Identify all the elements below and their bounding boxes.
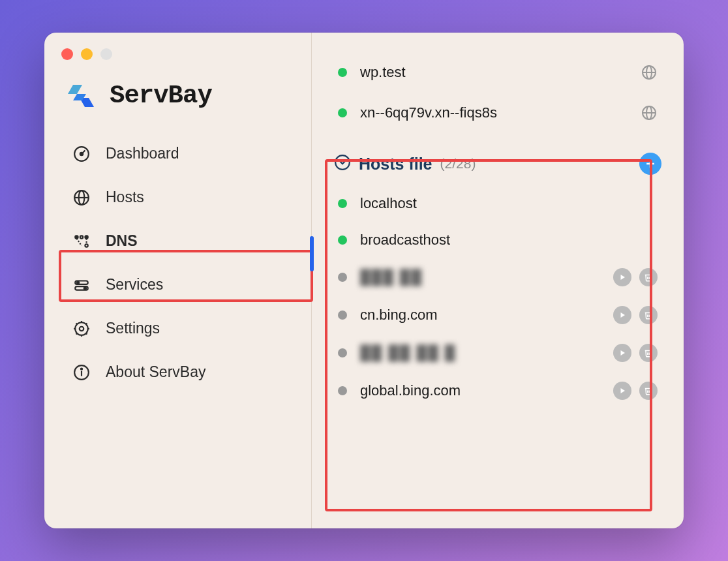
nav-list: Dashboard Hosts DNS Services <box>57 132 298 394</box>
globe-icon[interactable] <box>641 64 658 81</box>
status-dot-gray <box>338 311 347 320</box>
host-name: global.bing.com <box>360 382 600 399</box>
sidebar-item-services[interactable]: Services <box>57 263 298 307</box>
svg-marker-47 <box>621 388 626 393</box>
delete-button[interactable] <box>639 344 658 362</box>
host-row[interactable]: ██ ██ ██ █ <box>331 334 664 372</box>
globe-icon[interactable] <box>641 104 658 121</box>
status-dot-green <box>338 68 347 77</box>
services-icon <box>73 277 90 294</box>
main-content: wp.test xn--6qq79v.xn--fiqs8s Hosts file… <box>312 33 684 528</box>
svg-line-24 <box>86 323 87 324</box>
svg-point-16 <box>75 322 88 335</box>
play-button[interactable] <box>613 382 631 400</box>
status-dot-green <box>338 108 347 117</box>
host-row[interactable]: ███ ██ <box>331 258 664 296</box>
svg-line-25 <box>76 333 78 334</box>
play-button[interactable] <box>613 306 631 324</box>
svg-line-22 <box>76 323 78 324</box>
nav-label: Hosts <box>106 189 144 206</box>
close-window-button[interactable] <box>61 48 73 60</box>
sidebar-item-about[interactable]: About ServBay <box>57 350 298 394</box>
logo-icon <box>65 80 98 112</box>
chevron-down-circle-icon[interactable] <box>334 154 351 174</box>
nav-label: DNS <box>106 232 138 250</box>
host-name: xn--6qq79v.xn--fiqs8s <box>360 104 628 121</box>
host-actions <box>613 306 658 324</box>
svg-marker-44 <box>621 350 626 356</box>
svg-point-14 <box>77 281 79 283</box>
minimize-window-button[interactable] <box>81 48 93 60</box>
nav-label: Services <box>106 276 163 294</box>
logo-area: ServBay <box>65 80 298 112</box>
host-row[interactable]: cn.bing.com <box>331 296 664 334</box>
sidebar-item-dns[interactable]: DNS <box>57 219 298 263</box>
host-row[interactable]: broadcasthost <box>331 222 664 258</box>
svg-marker-38 <box>621 275 626 280</box>
delete-button[interactable] <box>639 268 658 286</box>
svg-marker-41 <box>621 312 626 318</box>
app-window: ServBay Dashboard Hosts DNS <box>44 33 684 528</box>
status-dot-gray <box>338 273 347 282</box>
host-name: localhost <box>360 195 658 212</box>
svg-point-35 <box>335 155 350 170</box>
nav-label: Settings <box>106 320 160 337</box>
sidebar: ServBay Dashboard Hosts DNS <box>44 33 312 528</box>
maximize-window-button[interactable] <box>100 48 112 60</box>
host-name-blurred: ██ ██ ██ █ <box>360 344 600 361</box>
host-name-blurred: ███ ██ <box>360 269 600 286</box>
svg-point-6 <box>75 235 78 238</box>
svg-point-15 <box>84 287 86 289</box>
sidebar-item-dashboard[interactable]: Dashboard <box>57 132 298 175</box>
host-name: wp.test <box>360 64 628 81</box>
play-button[interactable] <box>613 344 631 362</box>
host-row[interactable]: xn--6qq79v.xn--fiqs8s <box>331 93 664 133</box>
about-icon <box>73 364 90 381</box>
host-row[interactable]: wp.test <box>331 52 664 93</box>
svg-point-7 <box>80 235 83 238</box>
status-dot-green <box>338 199 347 208</box>
svg-line-23 <box>86 333 87 334</box>
status-dot-green <box>338 235 347 245</box>
nav-label: About ServBay <box>106 363 205 381</box>
status-dot-gray <box>338 386 347 395</box>
host-name: cn.bing.com <box>360 307 600 324</box>
svg-point-9 <box>85 244 87 247</box>
add-host-button[interactable] <box>639 153 661 175</box>
dashboard-icon <box>73 145 90 162</box>
section-title: Hosts file <box>359 155 432 174</box>
scroll-indicator <box>310 236 314 271</box>
section-count: (2/28) <box>440 156 476 172</box>
delete-button[interactable] <box>639 382 658 400</box>
settings-icon <box>73 320 90 337</box>
sidebar-item-hosts[interactable]: Hosts <box>57 175 298 219</box>
status-dot-gray <box>338 348 347 357</box>
app-title: ServBay <box>110 82 212 110</box>
dns-icon <box>73 233 90 250</box>
host-actions <box>613 268 658 286</box>
svg-point-17 <box>80 326 84 331</box>
svg-line-10 <box>76 238 82 245</box>
nav-label: Dashboard <box>106 145 179 162</box>
play-button[interactable] <box>613 268 631 286</box>
host-actions <box>613 382 658 400</box>
host-name: broadcasthost <box>360 232 658 249</box>
sidebar-item-settings[interactable]: Settings <box>57 307 298 350</box>
host-row[interactable]: global.bing.com <box>331 372 664 410</box>
window-controls <box>61 48 298 60</box>
svg-point-28 <box>81 368 82 369</box>
hosts-icon <box>73 189 90 206</box>
hosts-file-section-header[interactable]: Hosts file (2/28) <box>331 142 664 185</box>
host-actions <box>613 344 658 362</box>
svg-point-8 <box>85 235 87 238</box>
delete-button[interactable] <box>639 306 658 324</box>
host-row[interactable]: localhost <box>331 185 664 222</box>
